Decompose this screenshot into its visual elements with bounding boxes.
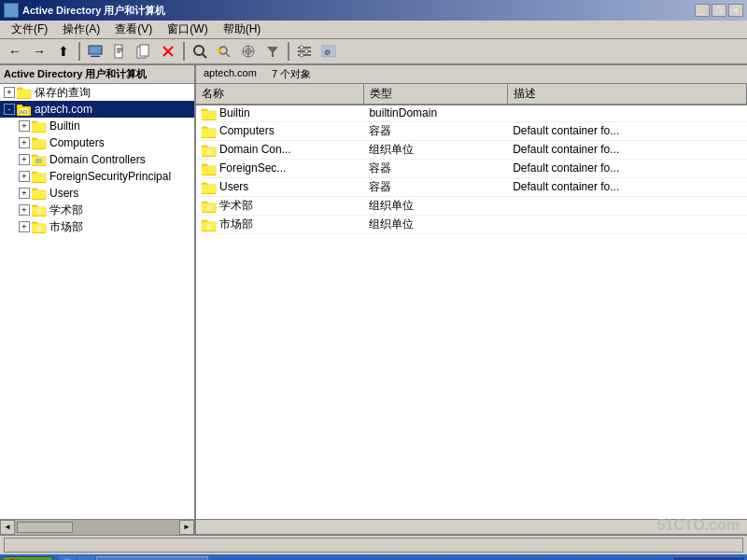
search2-button[interactable] <box>213 41 235 62</box>
table-row[interactable]: BuiltinbuiltinDomain <box>196 105 747 121</box>
ie-icon[interactable] <box>59 556 76 560</box>
scroll-track[interactable] <box>15 520 179 535</box>
ad-taskbar-button[interactable]: Active Directory 用... <box>96 556 208 560</box>
domain-name: aptech.com <box>204 67 257 81</box>
settings2-button[interactable]: ⚙ <box>317 41 340 62</box>
svg-point-60 <box>36 226 42 231</box>
window-controls: _ □ × <box>695 4 743 17</box>
scroll-right-arrow[interactable]: ► <box>179 520 194 535</box>
cell-type: 容器 <box>363 159 507 177</box>
tree-scrollbar[interactable]: ◄ ► <box>0 520 196 534</box>
svg-rect-46 <box>35 159 42 163</box>
col-desc[interactable]: 描述 <box>507 84 746 105</box>
tree-label-shichang: 市场部 <box>49 219 83 235</box>
svg-rect-42 <box>32 140 46 148</box>
expand-computers[interactable]: + <box>19 137 30 148</box>
cell-name: 学术部 <box>196 196 363 215</box>
table-row[interactable]: Domain Con...组织单位Default container fo... <box>196 140 747 159</box>
separator-3 <box>288 42 289 61</box>
up-button[interactable]: ⬆ <box>52 41 75 62</box>
quick-launch <box>59 556 94 560</box>
cell-name: Domain Con... <box>196 140 363 159</box>
folder-quick-icon[interactable] <box>78 556 94 560</box>
scroll-left-arrow[interactable]: ◄ <box>0 520 15 535</box>
svg-point-27 <box>300 53 303 57</box>
tree-header: Active Directory 用户和计算机 <box>0 65 194 84</box>
tree-node-domain-controllers[interactable]: + Domain Controllers <box>0 151 194 168</box>
cell-description: Default container fo... <box>507 121 746 140</box>
menu-file[interactable]: 文件(F) <box>4 20 55 39</box>
menu-action[interactable]: 操作(A) <box>55 20 107 39</box>
tree-node-aptech-com[interactable]: - AD aptech.com <box>0 101 194 118</box>
expand-shichang[interactable]: + <box>19 221 30 232</box>
table-row[interactable]: Users容器Default container fo... <box>196 177 747 196</box>
svg-rect-76 <box>202 185 216 193</box>
cell-name: Builtin <box>196 105 363 121</box>
object-table: 名称 类型 描述 BuiltinbuiltinDomain Computers容… <box>196 84 747 234</box>
svg-rect-34 <box>17 105 22 108</box>
menu-view[interactable]: 查看(V) <box>107 20 160 39</box>
tree-label-domain-controllers: Domain Controllers <box>49 153 146 166</box>
tree-node-foreignsecurity[interactable]: + ForeignSecurityPrincipal <box>0 168 194 185</box>
svg-line-15 <box>226 53 230 57</box>
tree-node-computers[interactable]: + Computers <box>0 134 194 151</box>
copy-button[interactable] <box>133 41 155 62</box>
menu-window[interactable]: 窗口(W) <box>160 20 215 39</box>
forward-button[interactable]: → <box>28 41 50 62</box>
expand-users[interactable]: + <box>19 188 30 199</box>
table-row[interactable]: 学术部组织单位 <box>196 196 747 215</box>
svg-point-70 <box>206 149 212 155</box>
back-button[interactable]: ← <box>4 41 26 62</box>
delete-button[interactable] <box>157 41 179 62</box>
svg-point-25 <box>300 46 303 49</box>
target-button[interactable] <box>237 41 260 62</box>
tree-node-builtin[interactable]: + Builtin <box>0 118 194 134</box>
folder-dc-icon <box>32 153 47 166</box>
search-button[interactable] <box>189 41 211 62</box>
cell-name: Computers <box>196 121 363 140</box>
tree-node-saved-queries[interactable]: + 保存的查询 <box>0 84 194 101</box>
cell-description: Default container fo... <box>507 140 746 159</box>
cell-description <box>507 196 746 215</box>
tree-node-shichang[interactable]: + 市场部 <box>0 218 194 235</box>
filter-button[interactable] <box>261 41 284 62</box>
start-button[interactable]: 开始 <box>2 556 53 561</box>
cell-name: Users <box>196 177 363 196</box>
tree-label-computers: Computers <box>49 136 105 149</box>
window-title: Active Directory 用户和计算机 <box>22 4 165 18</box>
menu-help[interactable]: 帮助(H) <box>216 20 269 39</box>
table-row[interactable]: Computers容器Default container fo... <box>196 121 747 140</box>
tree-label-foreignsecurity: ForeignSecurityPrincipal <box>49 170 171 183</box>
maximize-button[interactable]: □ <box>712 4 726 17</box>
table-row[interactable]: 市场部组织单位 <box>196 215 747 233</box>
expand-saved-queries[interactable]: + <box>4 87 15 98</box>
list-view[interactable]: 名称 类型 描述 BuiltinbuiltinDomain Computers容… <box>196 84 747 519</box>
expand-xueshu[interactable]: + <box>19 204 30 216</box>
svg-marker-21 <box>267 47 278 57</box>
col-name[interactable]: 名称 <box>196 84 363 105</box>
folder-foreign-icon <box>32 170 47 183</box>
doc-button[interactable] <box>108 41 131 62</box>
svg-rect-66 <box>202 129 216 137</box>
svg-rect-9 <box>140 45 148 56</box>
svg-rect-49 <box>32 174 46 182</box>
expand-aptech-com[interactable]: - <box>4 104 15 115</box>
expand-foreignsecurity[interactable]: + <box>19 171 30 182</box>
svg-rect-32 <box>17 90 31 98</box>
table-row[interactable]: ForeignSec...容器Default container fo... <box>196 159 747 177</box>
cell-type: 组织单位 <box>363 196 507 215</box>
expand-builtin[interactable]: + <box>19 120 30 132</box>
expand-domain-controllers[interactable]: + <box>19 154 30 165</box>
tree-node-users[interactable]: + Users <box>0 185 194 202</box>
main-area: Active Directory 用户和计算机 + 保存的查询 - AD apt… <box>0 65 747 519</box>
col-type[interactable]: 类型 <box>363 84 507 105</box>
title-bar: Active Directory 用户和计算机 _ □ × <box>0 0 747 21</box>
settings-button[interactable] <box>293 41 316 62</box>
close-button[interactable]: × <box>728 4 743 17</box>
minimize-button[interactable]: _ <box>695 4 710 17</box>
scroll-area: ◄ ► <box>0 519 747 534</box>
cell-type: 组织单位 <box>363 215 507 233</box>
scroll-thumb[interactable] <box>17 522 73 533</box>
tree-node-xueshu[interactable]: + 学术部 <box>0 202 194 218</box>
computer-button[interactable] <box>84 41 106 62</box>
